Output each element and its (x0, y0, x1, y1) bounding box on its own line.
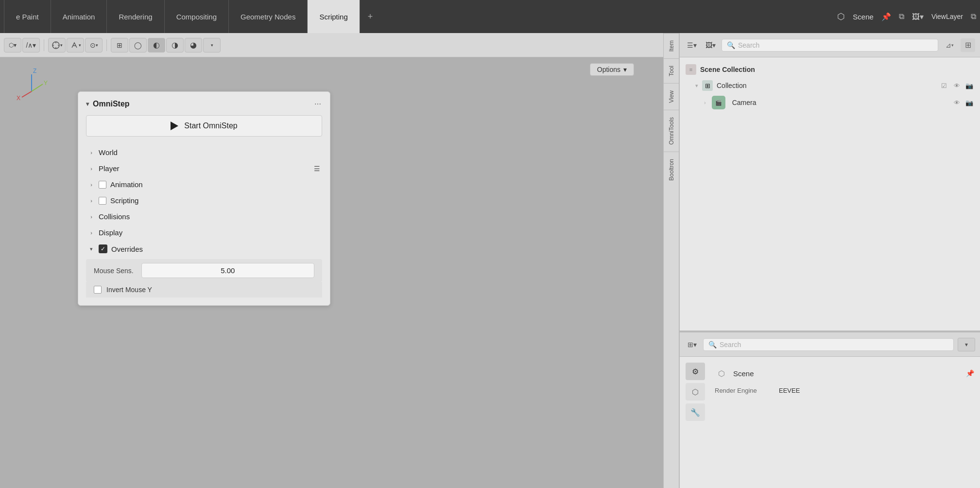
render-icon-dropdown[interactable]: 🖼▾ (912, 12, 924, 21)
player-list-icon: ☰ (314, 165, 320, 173)
top-nav-right: ⬡ Scene 📌 ⧉ 🖼▾ ViewLayer ⧉ (837, 11, 976, 22)
tab-geometry-nodes[interactable]: Geometry Nodes (229, 0, 308, 33)
prop-render-icon-btn[interactable]: ⚙ (686, 363, 705, 380)
rendered-shading-btn[interactable]: ◑ (166, 38, 184, 52)
properties-sidebar: ⚙ ⬡ 🔧 (686, 363, 709, 482)
outliner-list-icon-btn[interactable]: ☰▾ (685, 38, 699, 52)
prop-tool-icon: 🔧 (690, 408, 700, 417)
properties-topbar: ⊞▾ 🔍 Search ▾ (680, 332, 980, 357)
start-omnistep-button[interactable]: Start OmniStep (86, 115, 322, 137)
animation-checkbox[interactable] (99, 181, 106, 189)
scripting-checkbox[interactable] (99, 197, 106, 205)
camera-label: Camera (732, 99, 948, 106)
filter-icon: ⊿ (946, 41, 951, 49)
viewport-canvas[interactable]: Z Y X Options ▾ ▾ OmniS (0, 57, 663, 488)
collection-camera-icon[interactable]: 📷 (964, 82, 974, 89)
side-tab-booltron[interactable]: Booltron (664, 152, 679, 188)
svg-line-10 (22, 91, 32, 97)
prop-tool-icon-btn[interactable]: 🔧 (686, 403, 705, 421)
side-tab-view[interactable]: View (664, 83, 679, 110)
collection-row[interactable]: ▾ ⊞ Collection ☑ 👁 📷 (680, 78, 980, 93)
camera-eye-icon[interactable]: 👁 (952, 99, 962, 106)
panel-menu-icon[interactable]: ⋯ (314, 100, 322, 108)
pivot-btn[interactable]: ⊙ ▾ (85, 38, 103, 52)
curve-icon-btn[interactable]: /∧▾ (22, 38, 40, 52)
viewport-shading-group: ▾ ▾ ⊙ ▾ (48, 38, 103, 52)
player-section[interactable]: › Player ☰ (86, 160, 322, 176)
prop-dropdown-arrow: ▾ (965, 341, 968, 348)
tab-compositing[interactable]: Compositing (165, 0, 229, 33)
pivot-icon: ⊙ (90, 41, 96, 49)
tab-scripting[interactable]: Scripting (308, 0, 360, 33)
camera-row[interactable]: › 🎬 Camera 👁 📷 (680, 93, 980, 112)
list-icon: ☰▾ (687, 41, 697, 49)
prop-search-box[interactable]: 🔍 Search (703, 338, 954, 351)
material-shading-btn[interactable]: ◕ (185, 38, 202, 52)
invert-mouse-checkbox[interactable] (94, 286, 102, 294)
prop-scene-label: Scene (733, 369, 754, 378)
top-nav-bar: e Paint Animation Rendering Compositing … (0, 0, 980, 33)
panel-collapse-icon[interactable]: ▾ (86, 101, 89, 107)
add-workspace-button[interactable]: + (360, 0, 381, 33)
animation-arrow: › (88, 182, 95, 188)
overrides-section[interactable]: ▾ ✓ Overrides (86, 241, 322, 257)
outliner-search-box[interactable]: 🔍 Search (722, 39, 938, 52)
options-button[interactable]: Options ▾ (590, 63, 634, 76)
collisions-arrow: › (88, 214, 95, 220)
toolbar-row: ⬡▾ /∧▾ ▾ (0, 33, 663, 57)
dropdown-arrow3: ▾ (96, 43, 98, 48)
collection-eye-icon[interactable]: 👁 (952, 82, 962, 89)
collisions-section[interactable]: › Collisions (86, 209, 322, 225)
scene-collection-label-text: Scene Collection (700, 66, 755, 73)
solid-shading-btn[interactable]: ◐ (148, 38, 165, 52)
prop-pin-icon[interactable]: 📌 (966, 369, 974, 377)
mode-icon: ⬡▾ (9, 42, 17, 49)
tab-texture-paint[interactable]: e Paint (4, 0, 51, 33)
side-tab-tool[interactable]: Tool (664, 58, 679, 83)
add-icon: ⊞ (965, 40, 971, 50)
side-tab-item[interactable]: Item (664, 33, 679, 58)
curve-icon: /∧▾ (26, 41, 36, 49)
collection-checkbox-icon[interactable]: ☑ (939, 82, 949, 89)
prop-render-icon: ⚙ (692, 367, 699, 376)
overlay-btn[interactable]: ◯ (129, 38, 147, 52)
overrides-checkbox[interactable]: ✓ (99, 244, 107, 253)
dropdown-arrow: ▾ (60, 43, 63, 48)
cursor-snap-btn[interactable]: ▾ (48, 38, 66, 52)
right-panel: ☰▾ 🖼▾ 🔍 Search ⊿ ▾ ⊞ ≡ (679, 33, 980, 488)
pin-icon[interactable]: 📌 (881, 12, 891, 21)
panel-title: ▾ OmniStep (86, 100, 130, 108)
outliner-image-icon-btn[interactable]: 🖼▾ (703, 38, 718, 52)
mouse-sens-input[interactable] (141, 263, 314, 278)
prop-scene-icon-symbol: ⬡ (692, 387, 699, 397)
prop-list-icon: ⊞▾ (688, 341, 697, 349)
side-tab-omnitools[interactable]: OmniTools (664, 110, 679, 152)
prop-list-btn[interactable]: ⊞▾ (685, 338, 699, 351)
prop-dropdown-btn[interactable]: ▾ (958, 338, 975, 351)
tab-rendering[interactable]: Rendering (107, 0, 164, 33)
local-view-btn[interactable]: ⊞ (111, 38, 128, 52)
scripting-section[interactable]: › Scripting (86, 192, 322, 209)
camera-expand-arrow: › (704, 100, 706, 105)
animation-section[interactable]: › Animation (86, 176, 322, 192)
copy-viewlayer-icon[interactable]: ⧉ (971, 12, 976, 21)
world-section[interactable]: › World (86, 144, 322, 160)
camera-render-icon[interactable]: 📷 (964, 99, 974, 106)
transform-btn[interactable]: ▾ (67, 38, 84, 52)
rendered-shading-icon: ◑ (172, 40, 178, 50)
outliner-add-btn[interactable]: ⊞ (961, 38, 975, 52)
mode-select-btn[interactable]: ⬡▾ (4, 38, 21, 52)
display-section[interactable]: › Display (86, 225, 322, 241)
tab-animation[interactable]: Animation (51, 0, 107, 33)
search-magnifier-icon: 🔍 (727, 41, 735, 49)
prop-scene-icon-btn[interactable]: ⬡ (686, 383, 705, 401)
properties-main: ⬡ Scene 📌 Render Engine EEVEE (715, 363, 974, 482)
copy-scene-icon[interactable]: ⧉ (899, 12, 904, 21)
shading-dropdown-btn[interactable]: ▾ (203, 38, 221, 52)
solid-shading-icon: ◐ (153, 40, 160, 50)
properties-panel: ⊞▾ 🔍 Search ▾ ⚙ ⬡ (680, 332, 980, 488)
outliner-filter-btn[interactable]: ⊿ ▾ (942, 38, 957, 52)
display-arrow: › (88, 230, 95, 236)
outliner-search-placeholder: Search (738, 41, 759, 49)
prop-search-icon: 🔍 (708, 341, 717, 349)
